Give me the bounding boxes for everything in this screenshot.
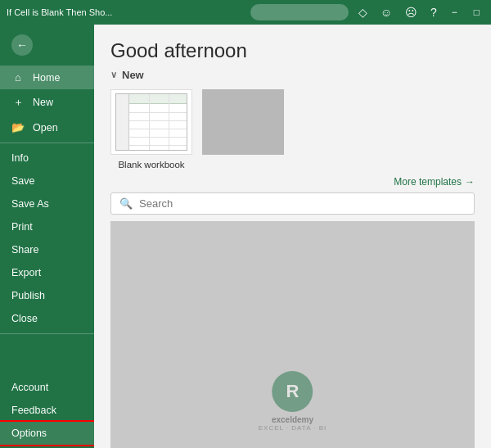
main-container: ← ⌂ Home ＋ New 📂 Open Info Save <box>0 25 491 448</box>
sidebar-item-account[interactable]: Account <box>0 376 94 399</box>
sidebar-item-open[interactable]: 📂 Open <box>0 115 94 139</box>
search-bar: 🔍 <box>110 192 475 215</box>
content-area: Good afternoon ∨ New <box>94 25 491 448</box>
sidebar-item-export[interactable]: Export <box>0 261 94 284</box>
sidebar-item-feedback[interactable]: Feedback <box>0 399 94 422</box>
col-line <box>149 94 150 150</box>
watermark-tagline: EXCEL · DATA · BI <box>259 424 327 432</box>
row-line <box>129 112 187 113</box>
sidebar-divider-1 <box>0 143 94 143</box>
sidebar-label-share: Share <box>11 244 38 256</box>
sidebar-item-saveas[interactable]: Save As <box>0 192 94 215</box>
sidebar-label-export: Export <box>11 267 41 278</box>
template-gray-thumb <box>202 89 284 155</box>
col-line <box>169 94 169 150</box>
sidebar-label-new: New <box>33 97 53 108</box>
sidebar-label-account: Account <box>11 382 48 393</box>
minimize-button[interactable]: − <box>447 5 462 20</box>
sidebar-item-new[interactable]: ＋ New <box>0 89 94 115</box>
help-icon[interactable]: ? <box>427 4 440 20</box>
recent-area: R exceldemy EXCEL · DATA · BI <box>110 221 475 448</box>
title-bar: If Cell is Blank Then Sho... ◇ ☺ ☹ ? − □ <box>0 0 491 25</box>
sidebar-bottom: Account Feedback Options <box>0 376 94 448</box>
sidebar-label-saveas: Save As <box>11 198 49 210</box>
watermark-brand: exceldemy <box>272 415 313 424</box>
row-line <box>129 120 187 121</box>
templates-row: Blank workbook <box>110 89 475 170</box>
row-line <box>129 145 187 146</box>
greeting-text: Good afternoon <box>94 25 491 69</box>
sidebar-item-print[interactable]: Print <box>0 215 94 238</box>
sidebar-item-home[interactable]: ⌂ Home <box>0 66 94 89</box>
search-icon: 🔍 <box>119 197 133 210</box>
more-templates-row: More templates → <box>94 170 491 192</box>
row-line <box>129 129 187 129</box>
chevron-down-icon: ∨ <box>110 70 117 80</box>
watermark-logo: R <box>272 371 313 412</box>
blank-sheet-preview <box>115 93 187 151</box>
sidebar-item-close[interactable]: Close <box>0 307 94 330</box>
sidebar-label-publish: Publish <box>11 290 45 301</box>
row-line <box>129 137 187 138</box>
title-bar-controls: ◇ ☺ ☹ ? − □ <box>250 4 484 20</box>
section-header-new: ∨ New <box>110 69 475 81</box>
open-icon: 📂 <box>11 121 25 133</box>
sidebar-label-print: Print <box>11 221 33 233</box>
more-templates-link[interactable]: More templates → <box>394 176 475 188</box>
title-search-input[interactable] <box>250 4 349 20</box>
new-icon: ＋ <box>11 95 25 110</box>
sidebar-label-info: Info <box>11 152 29 164</box>
sidebar-label-feedback: Feedback <box>11 405 56 416</box>
watermark: R exceldemy EXCEL · DATA · BI <box>259 371 327 432</box>
new-section: ∨ New <box>94 69 491 170</box>
sidebar-label-options: Options <box>11 428 47 439</box>
home-icon: ⌂ <box>11 71 25 84</box>
sidebar-item-publish[interactable]: Publish <box>0 284 94 307</box>
back-button[interactable]: ← <box>0 25 94 66</box>
template-search-input[interactable] <box>139 197 466 210</box>
sidebar-nav: ⌂ Home ＋ New 📂 Open Info Save Save As <box>0 66 94 376</box>
template-blank-workbook[interactable]: Blank workbook <box>110 89 192 170</box>
sidebar-divider-2 <box>0 333 94 334</box>
sidebar: ← ⌂ Home ＋ New 📂 Open Info Save <box>0 25 94 448</box>
template-blank-thumb <box>110 89 192 155</box>
search-bar-row: 🔍 <box>94 192 491 221</box>
title-bar-title: If Cell is Blank Then Sho... <box>7 7 112 17</box>
back-circle-icon: ← <box>11 34 33 56</box>
template-blank-label: Blank workbook <box>118 160 184 170</box>
arrow-right-icon: → <box>465 176 475 188</box>
sidebar-item-save[interactable]: Save <box>0 170 94 192</box>
sidebar-item-share[interactable]: Share <box>0 238 94 261</box>
section-label-new: New <box>122 69 144 81</box>
sidebar-item-options[interactable]: Options <box>0 422 94 445</box>
more-templates-label: More templates <box>394 176 462 188</box>
sidebar-label-open: Open <box>33 122 58 133</box>
template-placeholder[interactable] <box>202 89 284 155</box>
sidebar-label-home: Home <box>33 72 60 84</box>
sidebar-label-close: Close <box>11 313 38 324</box>
header-row <box>129 94 187 104</box>
smiley-icon[interactable]: ☺ <box>377 4 395 20</box>
sad-icon[interactable]: ☹ <box>402 4 421 20</box>
sidebar-label-save: Save <box>11 175 35 187</box>
sidebar-item-info[interactable]: Info <box>0 147 94 170</box>
diamond-icon[interactable]: ◇ <box>355 4 371 20</box>
maximize-button[interactable]: □ <box>469 5 484 20</box>
row-numbers <box>116 94 129 150</box>
